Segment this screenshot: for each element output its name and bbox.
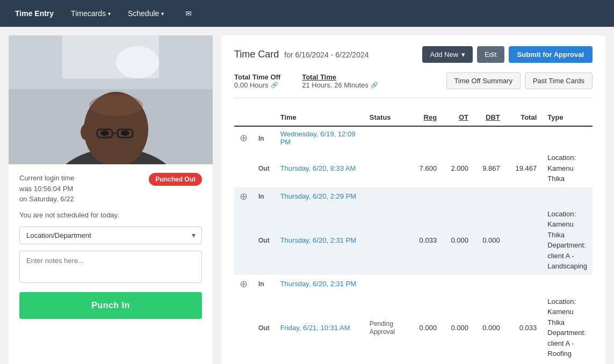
row-add-circle[interactable]: ⊕	[234, 126, 253, 149]
th-inout	[253, 109, 275, 126]
row-dbt	[474, 187, 505, 206]
th-ot: OT	[442, 109, 474, 126]
row-inout-label: In	[253, 187, 275, 206]
table-row: ⊕InThursday, 6/20, 2:29 PM	[234, 187, 593, 206]
total-time-off-amount: 0.00 Hours	[234, 81, 269, 89]
th-dbt: DBT	[474, 109, 505, 126]
row-total	[505, 126, 542, 149]
row-dbt: 0.000	[474, 206, 505, 275]
summary-row: Total Time Off 0.00 Hours 🔗 Total Time 2…	[234, 72, 593, 98]
th-reg: Reg	[410, 109, 442, 126]
row-dbt	[474, 126, 505, 149]
th-icon	[234, 109, 253, 126]
row-dbt	[474, 275, 505, 293]
row-status	[364, 149, 410, 187]
timecard-date-range: for 6/16/2024 - 6/22/2024	[284, 50, 369, 59]
row-status: Pending Approval	[364, 293, 410, 362]
add-circle-icon[interactable]: ⊕	[240, 191, 248, 202]
row-type: Location: Kamenu ThikaDepartment: client…	[542, 293, 593, 362]
row-type	[542, 126, 593, 149]
nav-time-entry-label: Time Entry	[15, 9, 54, 18]
total-time-value: 21 Hours, 26 Minutes 🔗	[302, 81, 378, 89]
add-new-button[interactable]: Add New ▾	[422, 46, 473, 63]
row-ot: 0.000	[442, 206, 474, 275]
login-date: on Saturday, 6/22	[19, 194, 75, 205]
row-time: Thursday, 6/20, 2:29 PM	[275, 187, 364, 206]
punch-in-button[interactable]: Punch In	[19, 292, 202, 319]
row-add-circle	[234, 206, 253, 275]
row-dbt: 9.867	[474, 149, 505, 187]
th-time: Time	[275, 109, 364, 126]
time-off-summary-button[interactable]: Time Off Summary	[446, 72, 521, 89]
timecard-title: Time Card for 6/16/2024 - 6/22/2024	[234, 49, 369, 60]
row-type: Location: Kamenu Thika	[542, 149, 593, 187]
timecards-chevron-icon: ▾	[108, 11, 111, 17]
nav-time-entry[interactable]: Time Entry	[9, 5, 60, 22]
row-type	[542, 187, 593, 206]
profile-photo	[9, 35, 213, 164]
time-off-ext-link-icon[interactable]: 🔗	[271, 82, 278, 89]
right-panel: Time Card for 6/16/2024 - 6/22/2024 Add …	[221, 35, 605, 364]
past-time-cards-button[interactable]: Past Time Cards	[525, 72, 593, 89]
table-row: ⊕InThursday, 6/20, 2:31 PM	[234, 275, 593, 293]
summary-left: Total Time Off 0.00 Hours 🔗 Total Time 2…	[234, 73, 378, 89]
row-time: Thursday, 6/20, 2:31 PM	[275, 206, 364, 275]
add-new-chevron-icon: ▾	[461, 50, 465, 59]
row-reg	[410, 126, 442, 149]
row-reg: 0.033	[410, 206, 442, 275]
svg-point-2	[116, 46, 159, 78]
total-time-off-label: Total Time Off	[234, 73, 280, 81]
row-status	[364, 206, 410, 275]
row-type: Location: Kamenu ThikaDepartment: client…	[542, 206, 593, 275]
row-reg: 0.000	[410, 293, 442, 362]
left-info: Current login time was 10:56:04 PM on Sa…	[9, 164, 213, 319]
total-time-off-item: Total Time Off 0.00 Hours 🔗	[234, 73, 280, 89]
row-ot	[442, 275, 474, 293]
add-circle-icon[interactable]: ⊕	[240, 279, 248, 289]
notes-input[interactable]	[19, 251, 202, 283]
row-reg	[410, 275, 442, 293]
row-add-circle[interactable]: ⊕	[234, 187, 253, 206]
navbar: Time Entry Timecards ▾ Schedule ▾ ✉	[0, 0, 614, 27]
timecard-title-text: Time Card	[234, 49, 279, 60]
row-total: 0.033	[505, 293, 542, 362]
profile-photo-svg	[9, 35, 213, 164]
row-time: Thursday, 6/20, 8:33 AM	[275, 149, 364, 187]
edit-button[interactable]: Edit	[477, 46, 504, 63]
add-circle-icon[interactable]: ⊕	[240, 133, 248, 143]
row-ot	[442, 187, 474, 206]
row-add-circle	[234, 293, 253, 362]
submit-approval-button[interactable]: Submit for Approval	[509, 46, 593, 63]
th-type: Type	[542, 109, 593, 126]
total-time-ext-link-icon[interactable]: 🔗	[371, 82, 378, 89]
main-layout: Current login time was 10:56:04 PM on Sa…	[0, 27, 614, 364]
th-total: Total	[505, 109, 542, 126]
row-time: Wednesday, 6/19, 12:09 PM	[275, 126, 364, 149]
nav-timecards-label: Timecards	[71, 9, 106, 18]
row-inout-label: In	[253, 275, 275, 293]
login-time-line2: was 10:56:04 PM	[19, 184, 75, 194]
row-add-circle[interactable]: ⊕	[234, 275, 253, 293]
row-total	[505, 187, 542, 206]
login-time-row: Current login time was 10:56:04 PM on Sa…	[19, 173, 202, 205]
svg-point-12	[81, 124, 91, 140]
row-time: Thursday, 6/20, 2:31 PM	[275, 275, 364, 293]
row-total	[505, 275, 542, 293]
header-buttons: Add New ▾ Edit Submit for Approval	[422, 46, 593, 63]
summary-right: Time Off Summary Past Time Cards	[446, 72, 593, 89]
table-row: OutThursday, 6/20, 8:33 AM7.6002.0009.86…	[234, 149, 593, 187]
nav-schedule-label: Schedule	[128, 9, 159, 18]
svg-point-13	[89, 94, 143, 116]
table-row: ⊕InWednesday, 6/19, 12:09 PM	[234, 126, 593, 149]
left-panel: Current login time was 10:56:04 PM on Sa…	[9, 35, 213, 364]
nav-schedule[interactable]: Schedule ▾	[121, 5, 170, 22]
row-total	[505, 206, 542, 275]
nav-mail[interactable]: ✉	[179, 5, 198, 22]
schedule-chevron-icon: ▾	[161, 11, 164, 17]
row-ot	[442, 126, 474, 149]
not-scheduled-text: You are not scheduled for today.	[19, 211, 202, 219]
nav-timecards[interactable]: Timecards ▾	[64, 5, 117, 22]
location-department-select[interactable]: Location/Department	[19, 227, 202, 244]
row-inout-label: Out	[253, 293, 275, 362]
total-time-label[interactable]: Total Time	[302, 73, 378, 81]
